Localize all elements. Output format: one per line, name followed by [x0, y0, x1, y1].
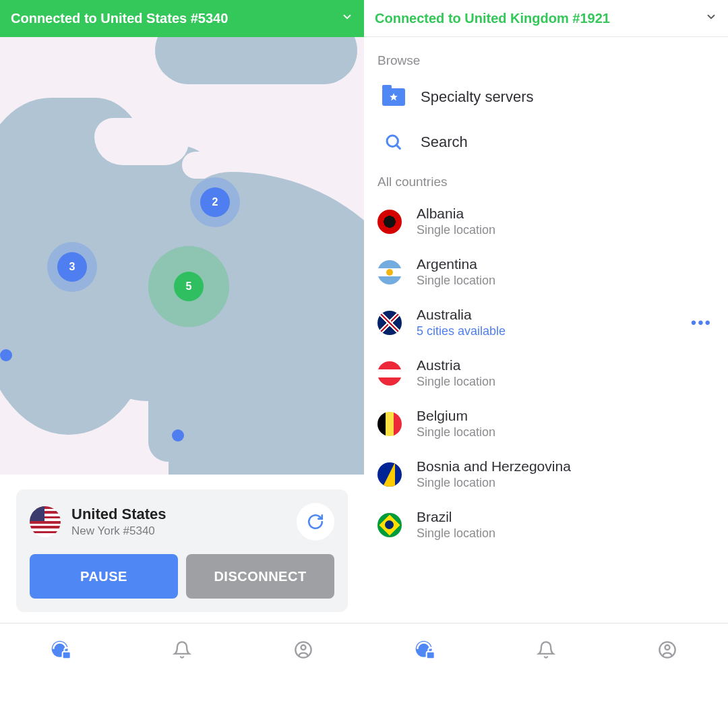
cluster-count: 3	[69, 261, 75, 273]
flag-icon	[377, 361, 402, 386]
card-server: New York #5340	[71, 524, 166, 538]
flag-icon	[377, 462, 402, 487]
bottom-nav-right	[364, 623, 728, 675]
nav-vpn-icon[interactable]	[49, 638, 72, 661]
refresh-button[interactable]	[297, 503, 334, 541]
browse-label: Browse	[377, 53, 715, 68]
map-dot[interactable]	[0, 349, 12, 361]
chevron-down-icon[interactable]	[705, 11, 717, 26]
svg-marker-4	[390, 93, 398, 100]
more-dots-icon[interactable]: •••	[691, 313, 712, 332]
allcountries-label: All countries	[377, 175, 715, 189]
map-view[interactable]: 325	[0, 37, 364, 475]
flag-icon	[377, 210, 402, 234]
country-row[interactable]: Bosnia and HerzegovinaSingle location	[377, 449, 715, 499]
cluster-count: 5	[186, 280, 192, 293]
svg-point-10	[665, 645, 670, 650]
status-bar-left[interactable]: Connected to United States #5340	[0, 0, 364, 37]
country-name: Argentina	[417, 256, 495, 272]
country-name: Austria	[417, 357, 495, 373]
svg-rect-1	[63, 651, 71, 659]
nav-bell-icon[interactable]	[535, 638, 557, 661]
country-row[interactable]: BrazilSingle location	[377, 499, 715, 550]
disconnect-button[interactable]: DISCONNECT	[186, 554, 334, 599]
connection-status-right: Connected to United Kingdom #1921	[375, 11, 610, 26]
map-cluster[interactable]: 5	[148, 246, 229, 327]
country-row[interactable]: AustriaSingle location	[377, 348, 715, 398]
search-row[interactable]: Search	[377, 119, 715, 165]
chevron-down-icon[interactable]	[341, 11, 353, 26]
flag-icon	[377, 311, 402, 335]
country-row[interactable]: Australia5 cities available•••	[377, 297, 715, 348]
map-dot[interactable]	[172, 429, 184, 442]
connection-status-left: Connected to United States #5340	[11, 11, 228, 26]
svg-rect-8	[427, 651, 435, 659]
country-row[interactable]: BelgiumSingle location	[377, 398, 715, 449]
svg-point-3	[301, 645, 306, 650]
country-name: Bosnia and Herzegovina	[417, 458, 571, 475]
country-sub: Single location	[417, 223, 495, 237]
flag-icon	[377, 412, 402, 436]
nav-vpn-icon[interactable]	[413, 638, 436, 661]
connection-card: United States New York #5340 PAUSE DISCO…	[16, 489, 348, 612]
search-label: Search	[421, 133, 468, 151]
cluster-count: 2	[212, 196, 218, 208]
country-name: Belgium	[417, 408, 495, 424]
right-screen: Connected to United Kingdom #1921 Browse…	[364, 0, 728, 728]
country-sub: Single location	[417, 274, 495, 288]
search-icon	[382, 133, 406, 152]
nav-bell-icon[interactable]	[171, 638, 193, 661]
pause-button[interactable]: PAUSE	[30, 554, 178, 599]
country-sub: Single location	[417, 526, 495, 541]
nav-account-icon[interactable]	[292, 638, 315, 661]
country-row[interactable]: AlbaniaSingle location	[377, 196, 715, 247]
country-sub: 5 cities available	[417, 324, 506, 338]
country-name: Albania	[417, 206, 495, 222]
status-bar-right[interactable]: Connected to United Kingdom #1921	[364, 0, 728, 37]
flag-icon	[377, 260, 402, 284]
country-name: Brazil	[417, 509, 495, 525]
specialty-label: Specialty servers	[421, 88, 534, 106]
map-cluster[interactable]: 3	[47, 242, 97, 292]
country-sub: Single location	[417, 476, 571, 490]
country-sub: Single location	[417, 375, 495, 389]
card-country: United States	[71, 506, 166, 523]
nav-account-icon[interactable]	[656, 638, 679, 661]
country-row[interactable]: ArgentinaSingle location	[377, 247, 715, 297]
us-flag-icon	[30, 506, 61, 537]
folder-star-icon	[382, 88, 406, 106]
country-sub: Single location	[417, 425, 495, 439]
flag-icon	[377, 513, 402, 537]
right-body[interactable]: Browse Specialty servers Search All coun…	[364, 37, 728, 623]
map-cluster[interactable]: 2	[190, 177, 240, 227]
svg-line-6	[396, 145, 400, 148]
bottom-nav-left	[0, 623, 364, 675]
left-screen: Connected to United States #5340 325	[0, 0, 364, 728]
country-name: Australia	[417, 307, 506, 323]
specialty-servers-row[interactable]: Specialty servers	[377, 75, 715, 119]
